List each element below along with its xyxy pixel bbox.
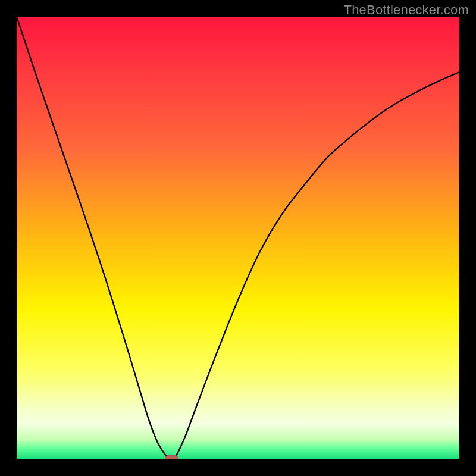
watermark-text: TheBottlenecker.com [344, 2, 469, 18]
optimum-marker [165, 455, 178, 459]
gradient-background [17, 17, 459, 459]
chart-frame: TheBottlenecker.com [0, 0, 476, 476]
plot-area [17, 17, 459, 459]
chart-svg [17, 17, 459, 459]
